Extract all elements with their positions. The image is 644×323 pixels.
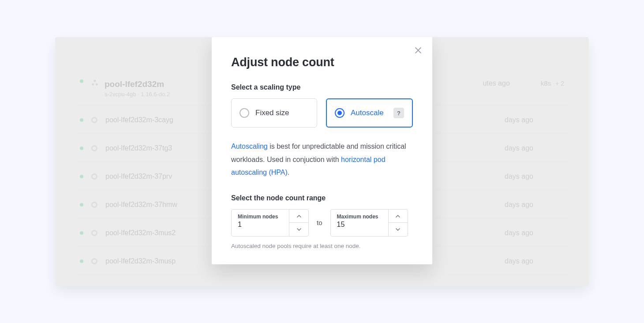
chevron-down-icon [395, 227, 401, 232]
help-button[interactable]: ? [393, 108, 404, 118]
autoscale-option[interactable]: Autoscale ? [326, 98, 413, 128]
fixed-size-option[interactable]: Fixed size [231, 98, 317, 128]
node-range-label: Select the node count range [231, 194, 413, 202]
scaling-type-options: Fixed size Autoscale ? [231, 98, 413, 128]
panel-background: pool-lfef2d32m s-2vcpu-4gb · 1.16.6-do.2… [55, 37, 589, 286]
chevron-up-icon [296, 214, 302, 219]
max-nodes-increment[interactable] [389, 210, 408, 223]
max-nodes-label: Maximum nodes [337, 214, 382, 220]
close-icon [414, 46, 423, 55]
adjust-node-count-modal: Adjust node count Select a scaling type … [212, 37, 432, 264]
min-nodes-increment[interactable] [289, 210, 308, 223]
autoscaling-link[interactable]: Autoscaling [231, 143, 268, 150]
close-button[interactable] [414, 46, 423, 55]
node-count-range: Minimum nodes to Maximum nodes [231, 209, 413, 237]
radio-unchecked-icon [240, 108, 249, 118]
minimum-nodes-stepper: Minimum nodes [231, 209, 309, 237]
modal-title: Adjust node count [231, 56, 413, 69]
radio-checked-icon [335, 108, 344, 118]
maximum-nodes-stepper: Maximum nodes [330, 209, 408, 237]
chevron-down-icon [296, 227, 302, 232]
range-helper-text: Autoscaled node pools require at least o… [231, 243, 413, 249]
min-nodes-label: Minimum nodes [238, 214, 283, 220]
min-nodes-decrement[interactable] [289, 223, 308, 236]
scaling-type-label: Select a scaling type [231, 83, 413, 91]
option-label: Fixed size [255, 109, 289, 117]
chevron-up-icon [395, 214, 401, 219]
max-nodes-decrement[interactable] [389, 223, 408, 236]
option-label: Autoscale [351, 109, 384, 117]
scaling-description: Autoscaling is best for unpredictable an… [231, 140, 413, 179]
range-to-label: to [317, 219, 322, 226]
min-nodes-input[interactable] [238, 221, 283, 229]
max-nodes-input[interactable] [337, 221, 382, 229]
